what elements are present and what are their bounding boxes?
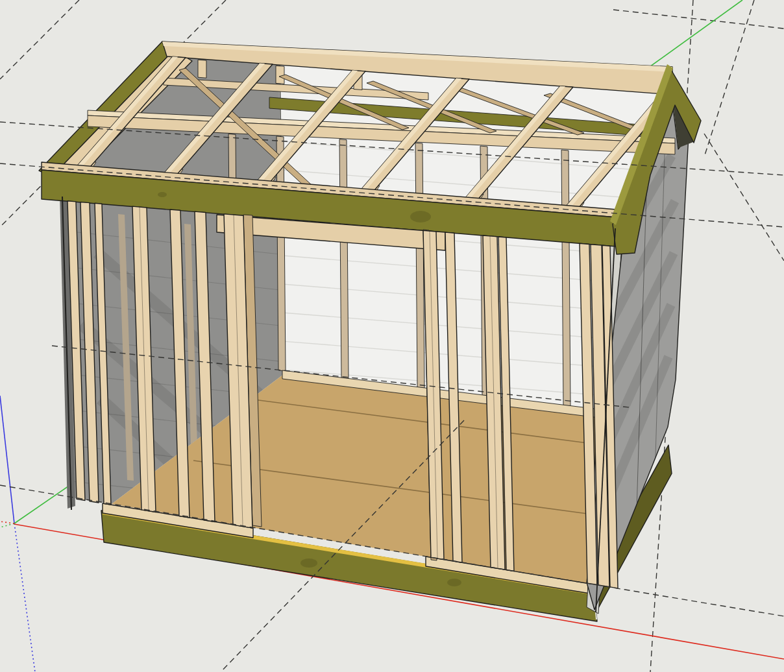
wood-knot	[447, 579, 461, 586]
wood-knot	[300, 558, 317, 568]
shed-model	[39, 42, 701, 621]
ridge-block	[276, 66, 284, 84]
wood-knot	[410, 211, 431, 222]
scene-canvas[interactable]	[0, 0, 784, 672]
model-viewport[interactable]	[0, 0, 784, 672]
wood-knot	[158, 192, 167, 197]
ridge-block	[198, 60, 206, 78]
